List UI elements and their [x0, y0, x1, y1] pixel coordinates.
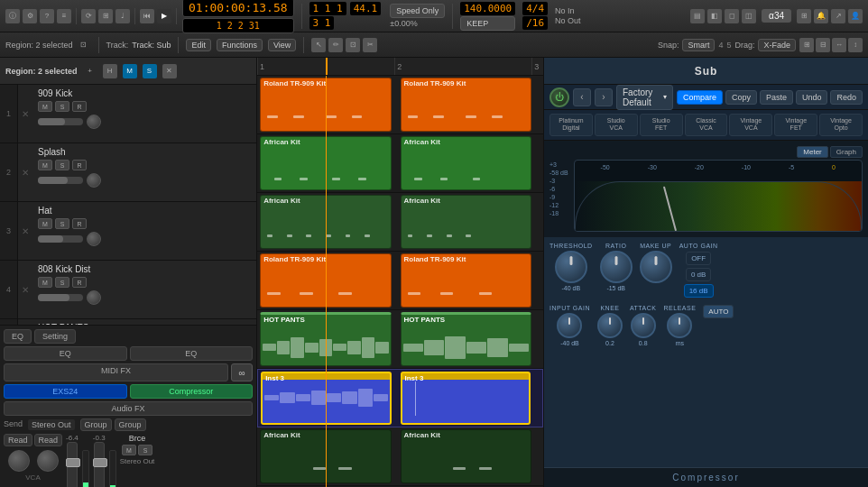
mute-btn[interactable]: M	[38, 218, 52, 229]
mute-btn[interactable]: M	[38, 277, 52, 288]
panel-icon4[interactable]: ◫	[742, 9, 756, 23]
fader-handle1[interactable]	[66, 458, 80, 467]
block-6-2[interactable]: Inst 3	[401, 372, 531, 425]
main-knob1[interactable]	[8, 450, 30, 472]
solo-btn[interactable]: S	[55, 277, 69, 288]
lane-7[interactable]: African Kit African Kit	[257, 427, 543, 486]
lane-1[interactable]: Roland TR-909 Kit Roland TR-909 Kit	[257, 76, 543, 134]
lane-2[interactable]: African Kit African Kit	[257, 134, 543, 193]
zero-db-btn[interactable]: 0 dB	[686, 268, 711, 281]
type-tab-platinum[interactable]: PlatinumDigital	[549, 114, 593, 136]
read-btn2[interactable]: Read	[34, 434, 63, 446]
record-btn[interactable]: R	[72, 160, 87, 170]
block-7-1[interactable]: African Kit	[260, 429, 392, 483]
setting-btn1[interactable]: EQ	[4, 329, 32, 344]
time-display-sub[interactable]: 1 2 2 31	[182, 18, 294, 33]
beats-value1[interactable]: 1 1 1	[309, 2, 346, 15]
ratio-knob[interactable]	[600, 251, 633, 283]
block-5-1[interactable]: HOT PANTS	[260, 312, 392, 366]
power-button[interactable]: ⏻	[549, 87, 569, 107]
track-volume-fader[interactable]	[38, 294, 83, 301]
track-volume-fader[interactable]	[38, 177, 83, 184]
record-btn[interactable]: R	[72, 218, 87, 229]
time-display-main[interactable]: 01:00:00:13.58	[182, 0, 294, 17]
track-header-m-icon[interactable]: M	[123, 64, 137, 78]
panel-icon3[interactable]: ◻	[725, 9, 739, 23]
redo-btn[interactable]: Redo	[830, 90, 863, 105]
mode-btn[interactable]: Speed Only	[390, 4, 445, 18]
snap-value[interactable]: Smart	[682, 39, 715, 51]
main-knob2[interactable]	[37, 450, 59, 472]
meter-tab-meter[interactable]: Meter	[797, 146, 827, 158]
marquee-icon[interactable]: ⊡	[346, 38, 360, 52]
lane-4[interactable]: Roland TR-909 Kit Roland TR-909 Kit	[257, 252, 543, 310]
track-pan-knob[interactable]	[87, 232, 101, 246]
input-gain-knob[interactable]	[557, 313, 582, 338]
bell-icon[interactable]: 🔔	[814, 9, 828, 23]
eq-btn[interactable]: EQ	[4, 346, 127, 361]
nav-fwd-btn[interactable]: ›	[595, 88, 613, 106]
block-1-1[interactable]: Roland TR-909 Kit	[260, 78, 392, 132]
compressor-btn[interactable]: Compressor	[130, 384, 254, 399]
block-7-2[interactable]: African Kit	[401, 429, 532, 483]
zoom-icon4[interactable]: ↕	[848, 38, 863, 52]
threshold-knob[interactable]	[555, 251, 587, 283]
track-volume-fader[interactable]	[38, 118, 83, 125]
auto-btn[interactable]: AUTO	[703, 305, 734, 318]
panel-icon1[interactable]: ▤	[690, 9, 705, 23]
loop-icon[interactable]: ⟳	[81, 9, 96, 23]
track-pan-knob[interactable]	[87, 290, 101, 305]
block-2-2[interactable]: African Kit	[401, 136, 532, 190]
block-3-1[interactable]: African Kit	[260, 195, 392, 249]
makeup-knob[interactable]	[640, 251, 672, 283]
bottom-m-btn[interactable]: M	[122, 445, 136, 455]
track-volume-fader[interactable]	[38, 235, 83, 243]
block-1-2[interactable]: Roland TR-909 Kit	[401, 78, 532, 132]
fader-handle2[interactable]	[93, 458, 107, 467]
settings-icon[interactable]: ≡	[57, 9, 71, 23]
mute-btn[interactable]: M	[38, 101, 52, 112]
block-5-2[interactable]: HOT PANTS	[401, 312, 532, 366]
view-menu[interactable]: View	[268, 39, 296, 51]
track-header-h-icon[interactable]: H	[103, 64, 117, 78]
track-header-close-icon[interactable]: ✕	[162, 64, 177, 78]
beats-value2[interactable]: 3 1	[309, 16, 335, 30]
track-mute-icon[interactable]: ✕	[18, 202, 32, 260]
type-tab-vintage-fet[interactable]: VintageFET	[774, 114, 817, 136]
drag-value[interactable]: X-Fade	[758, 39, 796, 51]
rewind-icon[interactable]: ⏮	[140, 9, 154, 23]
help-icon[interactable]: ?	[40, 9, 54, 23]
sig-main[interactable]: 4/4	[522, 2, 548, 15]
bottom-s-btn[interactable]: S	[138, 445, 152, 455]
type-tab-vintage-vca[interactable]: VintageVCA	[729, 114, 772, 136]
main-fader1[interactable]	[67, 442, 78, 487]
eq-btn2[interactable]: EQ	[130, 346, 254, 361]
track-header-s-icon[interactable]: S	[143, 64, 157, 78]
panel-icon2[interactable]: ◧	[707, 9, 722, 23]
setting-btn2[interactable]: Setting	[34, 329, 76, 344]
attack-knob[interactable]	[631, 313, 656, 338]
main-fader2[interactable]	[94, 442, 105, 487]
knee-knob[interactable]	[597, 313, 623, 338]
solo-btn[interactable]: S	[55, 160, 69, 170]
zoom-icon2[interactable]: ⊟	[816, 38, 830, 52]
pencil-icon[interactable]: ✏	[328, 38, 343, 52]
type-tab-classic-vca[interactable]: ClassicVCA	[685, 114, 728, 136]
lane-5[interactable]: HOT PANTS HOT PANTS	[257, 310, 543, 369]
link-icon[interactable]: ∞	[231, 363, 253, 381]
bpm-value[interactable]: 140.0000	[460, 2, 515, 15]
nav-back-btn[interactable]: ‹	[573, 88, 591, 106]
info-icon[interactable]: ⓘ	[5, 9, 20, 23]
compare-btn[interactable]: Compare	[677, 90, 723, 105]
track-mute-icon[interactable]: ✕	[18, 85, 32, 142]
exs24-btn[interactable]: EXS24	[4, 384, 127, 399]
record-btn[interactable]: R	[72, 101, 87, 112]
track-pan-knob[interactable]	[87, 115, 101, 129]
snap-icon[interactable]: ⊞	[98, 9, 113, 23]
zoom-icon3[interactable]: ↔	[832, 38, 846, 52]
meter-tab-graph[interactable]: Graph	[830, 146, 863, 158]
preset-dropdown[interactable]: Factory Default ▾	[616, 85, 673, 110]
metronome-icon[interactable]: ♩	[115, 9, 130, 23]
copy-btn[interactable]: Copy	[725, 90, 757, 105]
minus16-btn[interactable]: 16 dB	[684, 284, 714, 298]
